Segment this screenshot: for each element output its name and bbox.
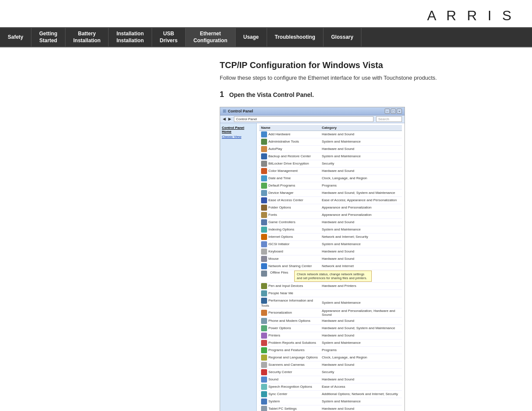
step-1: 1 Open the Vista Control Panel. ⊞ Contro… — [220, 90, 515, 411]
tooltip-network: Check network status, change network set… — [294, 271, 372, 282]
table-row: Ease of Access Center Ease of Access; Ap… — [259, 196, 402, 204]
table-row: Personalization Appearance and Personali… — [259, 308, 402, 317]
col-name: Name — [259, 125, 320, 131]
table-row: Fonts Appearance and Personalization — [259, 211, 402, 218]
table-row: Security Center Security — [259, 368, 402, 376]
table-row: Pen and Input Devices Hardware and Print… — [259, 282, 402, 290]
nav-safety[interactable]: Safety — [0, 28, 31, 47]
table-row: Tablet PC Settings Hardware and Sound — [259, 405, 402, 411]
control-panel-table: Name Category Add Hardware Hardware and … — [259, 125, 402, 411]
table-row: Default Programs Programs — [259, 182, 402, 189]
titlebar-controls: – □ × — [385, 109, 402, 114]
control-panel-screenshot: ⊞ Control Panel – □ × ◀ ▶ Control Panel … — [220, 107, 405, 411]
table-row: iSCSI Initiator System and Maintenance — [259, 240, 402, 248]
screenshot-main-panel: Name Category Add Hardware Hardware and … — [257, 123, 404, 411]
table-row: Sync Center Additional Options; Network … — [259, 390, 402, 398]
table-row: People Near Me — [259, 290, 402, 297]
sidebar-classic-view[interactable]: Classic View — [222, 135, 255, 139]
table-row: Network and Sharing Center Network and I… — [259, 262, 402, 270]
close-button[interactable]: × — [397, 109, 402, 114]
nav-usage[interactable]: Usage — [236, 28, 267, 47]
navigation-bar: Safety Getting Started Battery Installat… — [0, 27, 532, 47]
col-category: Category — [320, 125, 402, 131]
content-area: TCP/IP Configuration for Windows Vista F… — [211, 56, 532, 411]
table-row: Color Management Hardware and Sound — [259, 167, 402, 174]
step-instruction: Open the Vista Control Panel. — [229, 91, 314, 98]
page-subtitle: Follow these steps to configure the Ethe… — [220, 74, 515, 82]
table-row: Regional and Language Options Clock, Lan… — [259, 354, 402, 361]
table-row: Internet Options Network and Internet; S… — [259, 233, 402, 240]
table-row: AutoPlay Hardware and Sound — [259, 145, 402, 153]
forward-button[interactable]: ▶ — [228, 117, 231, 121]
screenshot-titlebar: ⊞ Control Panel – □ × — [220, 107, 404, 115]
table-row: Scanners and Cameras Hardware and Sound — [259, 361, 402, 368]
logo-area: A R R I S — [0, 0, 532, 27]
page-title: TCP/IP Configuration for Windows Vista — [220, 60, 515, 70]
table-row: Problem Reports and Solutions System and… — [259, 339, 402, 346]
table-row: Programs and Features Programs — [259, 346, 402, 354]
screenshot-body: Control Panel Home Classic View Name Cat… — [220, 123, 404, 411]
main-content: TCP/IP Configuration for Windows Vista F… — [0, 47, 532, 411]
nav-battery[interactable]: Battery Installation — [65, 28, 109, 47]
table-row: Keyboard Hardware and Sound — [259, 248, 402, 255]
table-row: Administrative Tools System and Maintena… — [259, 138, 402, 145]
titlebar-left: ⊞ Control Panel — [223, 109, 253, 113]
address-bar: Control Panel — [234, 116, 373, 122]
left-sidebar — [0, 56, 211, 411]
table-row: Device Manager Hardware and Sound; Syste… — [259, 189, 402, 196]
table-row: Offline Files Check network status, chan… — [259, 270, 402, 282]
titlebar-title: Control Panel — [228, 109, 253, 113]
table-row: Speech Recognition Options Ease of Acces… — [259, 383, 402, 390]
table-row: Performance Information and Tools System… — [259, 297, 402, 308]
search-box[interactable]: Search — [376, 116, 402, 122]
nav-glossary[interactable]: Glossary — [324, 28, 361, 47]
maximize-button[interactable]: □ — [391, 109, 396, 114]
back-button[interactable]: ◀ — [223, 117, 226, 121]
table-row: Folder Options Appearance and Personaliz… — [259, 204, 402, 211]
table-row: Date and Time Clock, Language, and Regio… — [259, 174, 402, 182]
table-row: Game Controllers Hardware and Sound — [259, 218, 402, 226]
screenshot-toolbar: ◀ ▶ Control Panel Search — [220, 115, 404, 123]
nav-getting-started[interactable]: Getting Started — [31, 28, 65, 47]
table-row: BitLocker Drive Encryption Security — [259, 160, 402, 167]
table-row: Backup and Restore Center System and Mai… — [259, 153, 402, 160]
nav-ethernet[interactable]: Ethernet Configuration — [186, 28, 236, 47]
table-row: Sound Hardware and Sound — [259, 376, 402, 383]
screenshot-sidebar: Control Panel Home Classic View — [220, 123, 257, 411]
nav-troubleshooting[interactable]: Troubleshooting — [267, 28, 324, 47]
nav-usb-installation[interactable]: Installation Installation — [109, 28, 152, 47]
table-row: Power Options Hardware and Sound; System… — [259, 324, 402, 332]
table-row: Indexing Options System and Maintenance — [259, 226, 402, 233]
table-row: Mouse Hardware and Sound — [259, 255, 402, 262]
table-row: Add Hardware Hardware and Sound — [259, 131, 402, 138]
nav-usb-drivers[interactable]: USB Drivers — [152, 28, 186, 47]
table-row: System System and Maintenance — [259, 398, 402, 405]
minimize-button[interactable]: – — [385, 109, 390, 114]
arris-logo: A R R I S — [427, 8, 515, 23]
sidebar-control-panel-home[interactable]: Control Panel Home — [222, 126, 255, 134]
step-number: 1 — [220, 90, 224, 99]
table-row: Phone and Modem Options Hardware and Sou… — [259, 317, 402, 324]
table-row: Printers Hardware and Sound — [259, 332, 402, 339]
